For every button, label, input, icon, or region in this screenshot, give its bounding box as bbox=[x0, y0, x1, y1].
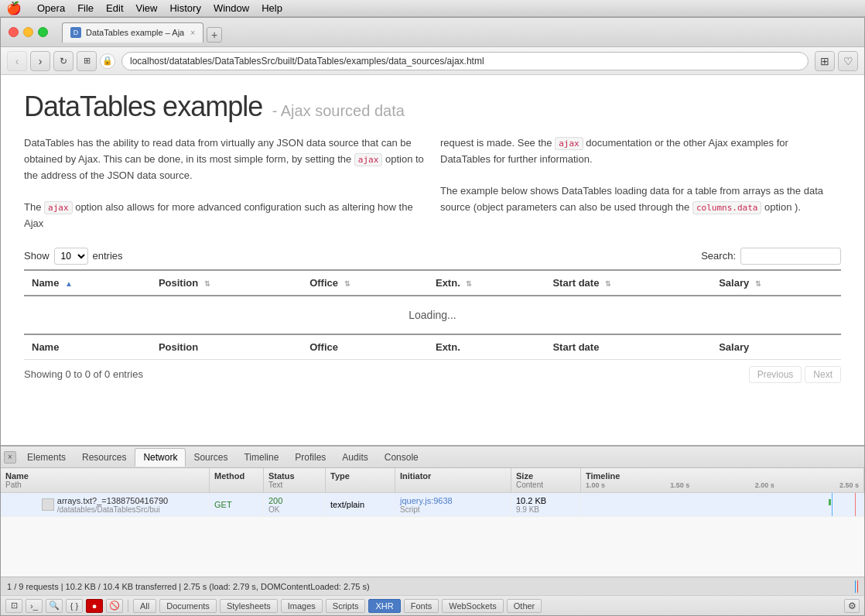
col-position[interactable]: Position ⇅ bbox=[151, 270, 302, 296]
devtools-panel: × Elements Resources Network Sources Tim… bbox=[1, 445, 864, 615]
col-extn[interactable]: Extn. ⇅ bbox=[428, 270, 545, 296]
search-area: Search: bbox=[701, 248, 841, 265]
back-icon: ‹ bbox=[15, 55, 19, 67]
foot-office: Office bbox=[302, 334, 428, 360]
sort-startdate-icon: ⇅ bbox=[605, 280, 611, 288]
foot-position: Position bbox=[151, 334, 302, 360]
network-rows: arrays.txt?_=1388750416790 /datatables/D… bbox=[1, 493, 864, 577]
nr-name: arrays.txt?_=1388750416790 /datatables/D… bbox=[1, 493, 210, 516]
filter-documents[interactable]: Documents bbox=[159, 599, 217, 613]
nh-type: Type bbox=[326, 468, 395, 492]
status-text: 1 / 9 requests | 10.2 KB / 10.4 KB trans… bbox=[7, 582, 855, 591]
page-body: DataTables example - Ajax sourced data D… bbox=[1, 75, 864, 445]
filter-images[interactable]: Images bbox=[281, 599, 323, 613]
desc-left-text-4: option also allows for more advanced con… bbox=[24, 201, 413, 229]
tab-bar: D DataTables example – Aja × + bbox=[62, 22, 856, 43]
maximize-button[interactable] bbox=[38, 27, 48, 37]
search-input[interactable] bbox=[740, 248, 841, 265]
menu-view[interactable]: View bbox=[136, 2, 158, 14]
menu-history[interactable]: History bbox=[169, 2, 200, 14]
tab-console[interactable]: Console bbox=[377, 449, 427, 466]
browser-tab[interactable]: D DataTables example – Aja × bbox=[62, 22, 203, 43]
foot-name: Name bbox=[24, 334, 151, 360]
row-path: /datatables/DataTablesSrc/bui bbox=[57, 505, 168, 514]
entries-select[interactable]: 10 25 50 bbox=[54, 248, 88, 265]
pagination: Previous Next bbox=[749, 366, 841, 383]
row-size: 10.2 KB bbox=[516, 496, 576, 505]
prev-page-button[interactable]: Previous bbox=[749, 366, 802, 383]
bookmarks-button[interactable]: ⊞ bbox=[815, 51, 835, 71]
minimize-button[interactable] bbox=[23, 27, 33, 37]
filter-xhr[interactable]: XHR bbox=[368, 599, 400, 613]
nr-initiator: jquery.js:9638 Script bbox=[395, 493, 511, 516]
devtools-gear-button[interactable]: ⚙ bbox=[844, 599, 860, 613]
desc-left-text-3: The bbox=[24, 201, 41, 213]
filter-websockets[interactable]: WebSockets bbox=[442, 599, 504, 613]
col-startdate[interactable]: Start date ⇅ bbox=[545, 270, 711, 296]
heart-button[interactable]: ♡ bbox=[838, 51, 858, 71]
forward-button[interactable]: › bbox=[30, 51, 50, 71]
filter-other[interactable]: Other bbox=[507, 599, 542, 613]
tab-timeline[interactable]: Timeline bbox=[236, 449, 287, 466]
filter-fonts[interactable]: Fonts bbox=[404, 599, 439, 613]
filter-stylesheets[interactable]: Stylesheets bbox=[220, 599, 278, 613]
loading-cell: Loading... bbox=[24, 296, 841, 334]
address-bar[interactable] bbox=[121, 52, 809, 70]
tab-network[interactable]: Network bbox=[135, 448, 186, 467]
tl-label-3: 2.00 s bbox=[755, 481, 774, 489]
col-office[interactable]: Office ⇅ bbox=[302, 270, 428, 296]
menu-edit[interactable]: Edit bbox=[106, 2, 123, 14]
tl-label-4: 2.50 s bbox=[839, 481, 859, 489]
traffic-lights bbox=[9, 27, 48, 37]
menu-help[interactable]: Help bbox=[262, 2, 282, 14]
row-initiator-link[interactable]: jquery.js:9638 bbox=[400, 496, 506, 505]
nr-status: 200 OK bbox=[264, 493, 326, 516]
sort-position-icon: ⇅ bbox=[204, 280, 210, 288]
tab-profiles[interactable]: Profiles bbox=[287, 449, 334, 466]
dock-button[interactable]: ⊡ bbox=[5, 599, 22, 613]
datatable-controls: Show 10 25 50 entries Search: bbox=[24, 248, 841, 265]
description-grid: DataTables has the ability to read data … bbox=[24, 135, 841, 232]
tab-elements[interactable]: Elements bbox=[19, 449, 74, 466]
pretty-print-button[interactable]: { } bbox=[66, 599, 83, 613]
nh-status: Status Text bbox=[264, 468, 326, 492]
reload-button[interactable]: ↻ bbox=[53, 51, 74, 71]
close-button[interactable] bbox=[9, 27, 19, 37]
grid-view-button[interactable]: ⊞ bbox=[77, 51, 97, 71]
menu-window[interactable]: Window bbox=[214, 2, 249, 14]
network-row[interactable]: arrays.txt?_=1388750416790 /datatables/D… bbox=[1, 493, 864, 517]
timeline-marker-red bbox=[855, 493, 856, 516]
apple-menu[interactable]: 🍎 bbox=[6, 1, 22, 15]
devtools-close-button[interactable]: × bbox=[4, 451, 16, 464]
tab-audits[interactable]: Audits bbox=[334, 449, 376, 466]
tab-title: DataTables example – Aja bbox=[86, 28, 184, 37]
security-icon: 🔒 bbox=[100, 53, 115, 69]
search-button[interactable]: 🔍 bbox=[46, 599, 63, 613]
menu-file[interactable]: File bbox=[77, 2, 94, 14]
tab-close-button[interactable]: × bbox=[190, 29, 195, 37]
menu-opera[interactable]: Opera bbox=[37, 2, 65, 14]
new-tab-button[interactable]: + bbox=[207, 27, 222, 43]
console-button[interactable]: ›_ bbox=[26, 599, 43, 613]
filter-scripts[interactable]: Scripts bbox=[326, 599, 366, 613]
clear-button[interactable]: 🚫 bbox=[106, 599, 123, 613]
record-button[interactable]: ● bbox=[86, 599, 103, 613]
ajax-tag-3: ajax bbox=[555, 137, 583, 150]
tab-sources[interactable]: Sources bbox=[186, 449, 236, 466]
timeline-bar bbox=[829, 499, 831, 505]
row-filename: arrays.txt?_=1388750416790 bbox=[57, 496, 168, 505]
network-column-headers: Name Path Method Status Text Type Initia… bbox=[1, 468, 864, 493]
filter-all[interactable]: All bbox=[133, 599, 156, 613]
table-footer-row: Name Position Office Extn. Start date Sa… bbox=[24, 334, 841, 360]
tab-resources[interactable]: Resources bbox=[74, 449, 135, 466]
nh-name: Name Path bbox=[1, 468, 210, 492]
col-name[interactable]: Name ▲ bbox=[24, 270, 151, 296]
col-salary[interactable]: Salary ⇅ bbox=[711, 270, 841, 296]
nh-timeline: Timeline 1.00 s 1.50 s 2.00 s 2.50 s bbox=[581, 468, 864, 492]
desc-right: request is made. See the ajax documentat… bbox=[440, 135, 841, 232]
tab-favicon: D bbox=[70, 27, 81, 38]
table-loading-row: Loading... bbox=[24, 296, 841, 334]
back-button[interactable]: ‹ bbox=[7, 51, 27, 71]
heart-icon: ♡ bbox=[843, 55, 853, 67]
next-page-button[interactable]: Next bbox=[805, 366, 841, 383]
